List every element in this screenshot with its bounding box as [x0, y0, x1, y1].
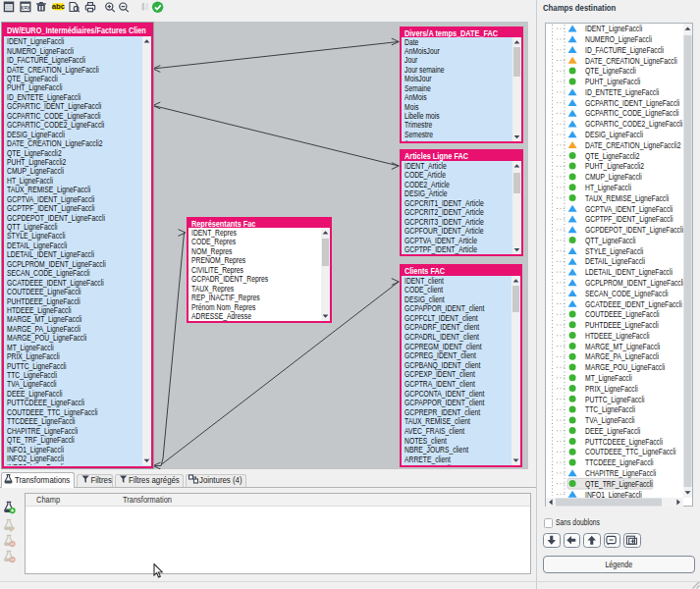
svg-text:Filtres agrégés: Filtres agrégés: [129, 475, 180, 486]
svg-text:abc: abc: [52, 2, 66, 11]
svg-text:x¤x: x¤x: [21, 4, 31, 11]
svg-text:Filtres: Filtres: [91, 475, 112, 486]
svg-text:Transformations: Transformations: [15, 475, 70, 486]
svg-text:Jointures (4): Jointures (4): [199, 475, 242, 486]
